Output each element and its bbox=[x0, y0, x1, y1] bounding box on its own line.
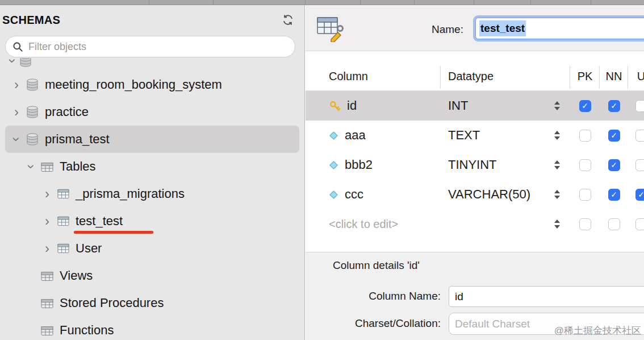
schemas-sidebar: SCHEMAS › › meeting_room_booking bbox=[0, 5, 305, 340]
chevron-right-icon[interactable]: › bbox=[10, 78, 23, 92]
column-diamond-icon bbox=[329, 160, 338, 170]
nn-checkbox[interactable] bbox=[608, 218, 620, 230]
pk-checkbox[interactable] bbox=[579, 189, 591, 201]
uq-checkbox[interactable] bbox=[635, 218, 644, 230]
column-diamond-icon bbox=[329, 190, 338, 200]
sidebar-item-practice[interactable]: › practice bbox=[5, 98, 299, 126]
column-row-aaa[interactable]: aaa TEXT bbox=[306, 121, 644, 150]
uq-checkbox[interactable] bbox=[635, 130, 644, 142]
column-name-input[interactable] bbox=[449, 286, 644, 307]
table-label: _prisma_migrations bbox=[76, 186, 185, 201]
nn-checkbox[interactable] bbox=[608, 130, 620, 142]
chevron-right-icon[interactable]: › bbox=[41, 214, 53, 228]
sidebar-item-prisma-migrations[interactable]: › _prisma_migrations bbox=[5, 180, 299, 208]
column-details-title: Column details 'id' bbox=[333, 259, 420, 272]
table-label-test-test: test_test bbox=[76, 214, 123, 229]
datatype-stepper[interactable] bbox=[554, 101, 560, 110]
database-icon bbox=[25, 78, 40, 91]
header-uq: U bbox=[628, 63, 644, 91]
folder-label: Functions bbox=[60, 323, 114, 338]
column-datatype: INT bbox=[448, 98, 468, 113]
uq-checkbox[interactable] bbox=[635, 159, 644, 171]
schema-label: meeting_room_booking_system bbox=[45, 77, 222, 92]
search-icon bbox=[12, 42, 23, 52]
chevron-down-icon[interactable]: › bbox=[10, 133, 23, 146]
schemas-title: SCHEMAS bbox=[2, 14, 60, 27]
table-name-label: Name: bbox=[432, 23, 463, 36]
column-datatype: VARCHAR(50) bbox=[448, 187, 530, 202]
sidebar-item-meeting-room-booking-system[interactable]: › meeting_room_booking_system bbox=[5, 71, 299, 98]
titlebar-divider bbox=[360, 0, 361, 5]
folder-label: Views bbox=[60, 268, 93, 283]
chevron-right-icon[interactable]: › bbox=[41, 242, 53, 255]
column-name: id bbox=[347, 98, 357, 113]
chevron-down-icon: › bbox=[5, 59, 20, 63]
column-datatype: TINYINT bbox=[448, 157, 497, 172]
stored-procedures-folder-icon bbox=[40, 297, 55, 309]
table-icon bbox=[56, 215, 70, 227]
chevron-down-icon[interactable]: › bbox=[24, 160, 38, 173]
functions-folder-icon bbox=[40, 325, 55, 337]
column-name: ccc bbox=[345, 187, 363, 202]
pk-checkbox[interactable] bbox=[579, 218, 591, 230]
titlebar-divider bbox=[530, 0, 531, 5]
sidebar-header: SCHEMAS bbox=[2, 13, 296, 27]
column-name: aaa bbox=[345, 128, 366, 143]
filter-box bbox=[5, 36, 295, 57]
titlebar-divider bbox=[591, 0, 591, 5]
table-name-input[interactable]: test_test bbox=[475, 18, 644, 39]
uq-checkbox[interactable] bbox=[635, 100, 644, 112]
nn-checkbox[interactable] bbox=[608, 100, 620, 112]
header-datatype: Datatype bbox=[441, 63, 570, 91]
refresh-schemas-icon[interactable] bbox=[279, 13, 296, 27]
column-diamond-icon bbox=[329, 131, 338, 140]
titlebar-divider bbox=[414, 0, 415, 5]
table-label: User bbox=[76, 241, 102, 256]
column-datatype: TEXT bbox=[448, 128, 480, 143]
column-row-new[interactable]: <click to edit> bbox=[306, 209, 644, 239]
nn-checkbox[interactable] bbox=[608, 189, 620, 201]
sidebar-item-functions[interactable]: › Functions bbox=[5, 317, 299, 340]
column-row-bbb2[interactable]: bbb2 TINYINT bbox=[306, 150, 644, 180]
header-column: Column bbox=[306, 63, 441, 91]
titlebar-divider bbox=[305, 0, 306, 5]
database-icon bbox=[25, 133, 40, 146]
uq-checkbox[interactable] bbox=[635, 189, 644, 201]
column-row-ccc[interactable]: ccc VARCHAR(50) bbox=[306, 180, 644, 209]
views-folder-icon bbox=[40, 270, 55, 282]
pk-checkbox[interactable] bbox=[579, 130, 591, 142]
datatype-stepper[interactable] bbox=[554, 160, 560, 169]
charset-collation-label: Charset/Collation: bbox=[306, 317, 441, 330]
table-name-value: test_test bbox=[479, 20, 526, 36]
click-to-edit-placeholder[interactable]: <click to edit> bbox=[329, 218, 398, 231]
database-icon bbox=[25, 106, 40, 118]
primary-key-icon bbox=[329, 100, 341, 112]
filter-objects-input[interactable] bbox=[28, 41, 288, 53]
sidebar-item-prisma-test[interactable]: › prisma_test bbox=[5, 126, 299, 153]
folder-label: Tables bbox=[60, 159, 96, 174]
nn-checkbox[interactable] bbox=[608, 159, 620, 171]
header-pk: PK bbox=[570, 63, 600, 91]
pk-checkbox[interactable] bbox=[579, 100, 591, 112]
sidebar-item-user[interactable]: › User bbox=[5, 235, 299, 262]
columns-grid: Column Datatype PK NN U id INT bbox=[306, 51, 644, 252]
titlebar-divider bbox=[149, 0, 149, 5]
sidebar-item-test-test[interactable]: › test_test bbox=[5, 208, 299, 235]
datatype-stepper[interactable] bbox=[554, 219, 560, 229]
window-top-strip bbox=[0, 0, 644, 5]
column-name: bbb2 bbox=[345, 157, 373, 172]
sidebar-item-views[interactable]: › Views bbox=[5, 262, 299, 289]
header-nn: NN bbox=[600, 63, 628, 91]
column-row-id[interactable]: id INT bbox=[306, 91, 644, 121]
chevron-right-icon[interactable]: › bbox=[41, 187, 53, 201]
sidebar-item-stored-procedures[interactable]: › Stored Procedures bbox=[5, 289, 299, 317]
datatype-stepper[interactable] bbox=[554, 190, 560, 199]
chevron-right-icon[interactable]: › bbox=[10, 105, 23, 119]
schema-label: prisma_test bbox=[45, 132, 110, 147]
pk-checkbox[interactable] bbox=[579, 159, 591, 171]
table-icon bbox=[56, 243, 70, 254]
schema-label: practice bbox=[45, 105, 89, 119]
tables-folder-icon bbox=[40, 161, 55, 173]
datatype-stepper[interactable] bbox=[554, 131, 560, 140]
sidebar-item-tables[interactable]: › Tables bbox=[5, 153, 299, 180]
